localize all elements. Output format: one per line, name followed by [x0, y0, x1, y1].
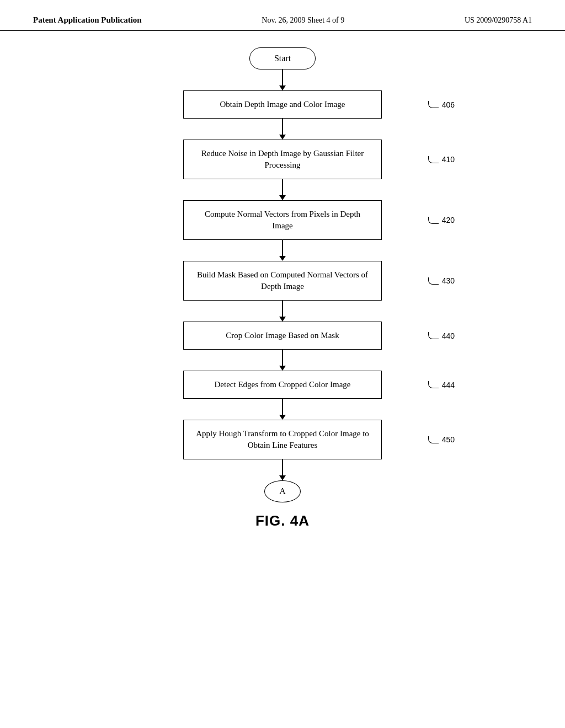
step-label-410: 410 [428, 155, 455, 164]
figure-label: FIG. 4A [255, 512, 310, 529]
step-row-450: Apply Hough Transform to Cropped Color I… [0, 420, 565, 459]
arrow-7 [279, 399, 286, 420]
step-label-430: 430 [428, 276, 455, 285]
arrow-8 [279, 459, 286, 480]
arrow-5 [279, 301, 286, 322]
date-sheet-label: Nov. 26, 2009 Sheet 4 of 9 [262, 16, 344, 25]
step-row-406: Obtain Depth Image and Color Image 406 [0, 90, 565, 119]
process-box-420: Compute Normal Vectors from Pixels in De… [183, 200, 382, 240]
step-row-444: Detect Edges from Cropped Color Image 44… [0, 371, 565, 399]
process-box-430: Build Mask Based on Computed Normal Vect… [183, 261, 382, 301]
process-box-440: Crop Color Image Based on Mask [183, 322, 382, 350]
step-row-420: Compute Normal Vectors from Pixels in De… [0, 200, 565, 240]
arrow-2 [279, 119, 286, 140]
step-row-430: Build Mask Based on Computed Normal Vect… [0, 261, 565, 301]
publication-label: Patent Application Publication [33, 15, 142, 25]
flowchart: Start Obtain Depth Image and Color Image… [0, 47, 565, 529]
step-row-440: Crop Color Image Based on Mask 440 [0, 322, 565, 350]
step-row-410: Reduce Noise in Depth Image by Gaussian … [0, 140, 565, 179]
start-terminal: Start [249, 47, 316, 69]
process-box-444: Detect Edges from Cropped Color Image [183, 371, 382, 399]
end-terminal: A [264, 480, 301, 502]
step-label-406: 406 [428, 100, 455, 109]
page-header: Patent Application Publication Nov. 26, … [0, 0, 565, 31]
step-label-450: 450 [428, 435, 455, 444]
step-label-444: 444 [428, 381, 455, 389]
arrow-1 [279, 69, 286, 90]
diagram-area: Start Obtain Depth Image and Color Image… [0, 31, 565, 529]
process-box-450: Apply Hough Transform to Cropped Color I… [183, 420, 382, 459]
arrow-3 [279, 179, 286, 200]
arrow-4 [279, 240, 286, 261]
process-box-410: Reduce Noise in Depth Image by Gaussian … [183, 140, 382, 179]
process-box-406: Obtain Depth Image and Color Image [183, 90, 382, 119]
arrow-6 [279, 350, 286, 371]
step-label-420: 420 [428, 216, 455, 224]
patent-number-label: US 2009/0290758 A1 [465, 16, 532, 25]
step-label-440: 440 [428, 331, 455, 340]
